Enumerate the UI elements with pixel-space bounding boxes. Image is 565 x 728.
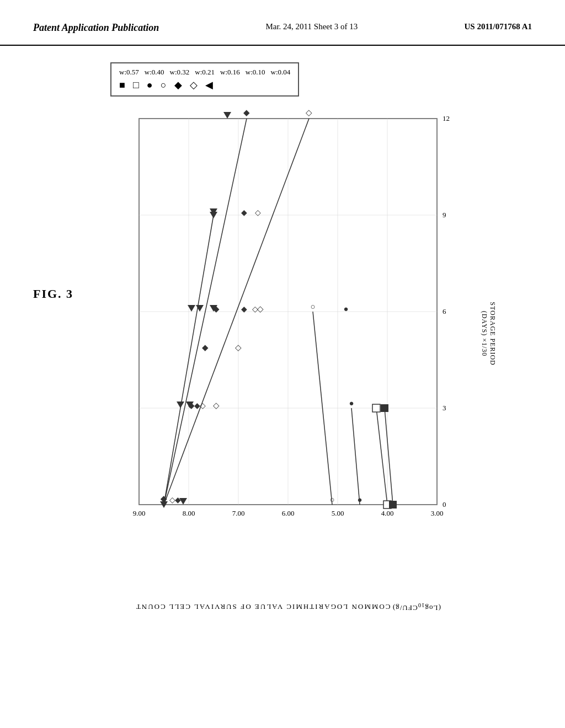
sym-w057-6 bbox=[381, 404, 388, 412]
sym-w016-12: ◆ bbox=[243, 108, 250, 117]
y-tick-9: 9 bbox=[443, 211, 446, 219]
y-tick-0: 0 bbox=[443, 500, 446, 508]
sym-w040-6 bbox=[372, 404, 380, 412]
sym-w032-6: ● bbox=[349, 399, 354, 408]
sym-w016-0: ◆ bbox=[161, 494, 167, 503]
chart-svg: 0 3 6 9 12 9.00 8.00 7.00 6.00 5.00 4.00… bbox=[95, 108, 459, 543]
legend-label-4: w:0.16 bbox=[220, 68, 240, 77]
publication-title: Patent Application Publication bbox=[33, 22, 159, 34]
legend-box: w:0.57 w:0.40 w:0.32 w:0.21 w:0.16 w:0.1… bbox=[110, 62, 299, 97]
x-axis-labels: COMMON LOGARITHMIC VALUE OF SURVIVAL CEL… bbox=[95, 600, 481, 612]
y-tick-12: 12 bbox=[443, 114, 450, 122]
sym-w010-12: ◇ bbox=[306, 108, 312, 117]
legend-symbol-0: ■ bbox=[119, 79, 125, 91]
x-axis-label-line2: (Log10CFU/g) bbox=[392, 602, 441, 612]
legend-symbol-5: ◇ bbox=[190, 79, 198, 91]
sym-d6-dia2: ◆ bbox=[241, 305, 247, 313]
legend-symbol-2: ● bbox=[147, 79, 153, 91]
main-content: w:0.57 w:0.40 w:0.32 w:0.21 w:0.16 w:0.1… bbox=[0, 46, 565, 560]
chart-container: STORAGE PERIOD (DAYS) ×1/30 0 3 6 bbox=[95, 108, 481, 560]
sym-cluster-dia2: ◆ bbox=[175, 496, 181, 504]
x-tick-500: 5.00 bbox=[332, 509, 344, 517]
sym-w021-6: ○ bbox=[310, 302, 315, 311]
legend-symbol-6: ◀ bbox=[205, 79, 213, 91]
figure-label: FIG. 3 bbox=[33, 287, 73, 301]
legend-label-5: w:0.10 bbox=[246, 68, 265, 77]
x-tick-600: 6.00 bbox=[282, 509, 295, 517]
y-axis-label: STORAGE PERIOD (DAYS) ×1/30 bbox=[479, 302, 496, 365]
y-tick-6: 6 bbox=[443, 307, 446, 315]
sym-d3-dia: ◇ bbox=[200, 402, 206, 410]
y-axis-label-line1: STORAGE PERIOD bbox=[488, 302, 496, 365]
publication-number: US 2011/071768 A1 bbox=[464, 22, 532, 31]
legend-label-6: w:0.04 bbox=[271, 68, 291, 77]
sym-w057-0 bbox=[389, 501, 397, 508]
sym-w010-9: ◇ bbox=[213, 401, 220, 410]
legend-symbols-row: ■ □ ● ○ ◆ ◇ ◀ bbox=[119, 79, 290, 91]
legend-symbol-1: □ bbox=[133, 79, 139, 91]
sym-w021-0: ○ bbox=[329, 495, 334, 504]
y-axis-label-line2: (DAYS) ×1/30 bbox=[479, 302, 488, 365]
sym-d12-tri bbox=[223, 112, 231, 119]
sym-w032-0: ● bbox=[357, 495, 362, 504]
x-axis-label-line1: COMMON LOGARITHMIC VALUE OF SURVIVAL CEL… bbox=[135, 602, 391, 611]
legend-label-2: w:0.32 bbox=[170, 68, 190, 77]
sym-d9-dia: ◇ bbox=[255, 208, 261, 217]
x-tick-700: 7.00 bbox=[232, 509, 245, 517]
sym-d6-dia: ◇ bbox=[252, 305, 258, 313]
y-tick-3: 3 bbox=[443, 404, 446, 412]
legend-symbol-4: ◆ bbox=[174, 79, 182, 91]
sym-w032-12: ● bbox=[343, 304, 348, 313]
page-header: Patent Application Publication Mar. 24, … bbox=[0, 0, 565, 46]
sym-d3-dia2: ◆ bbox=[194, 402, 200, 410]
publication-date-sheet: Mar. 24, 2011 Sheet 3 of 13 bbox=[265, 22, 358, 31]
sym-w010-5: ◇ bbox=[235, 343, 242, 352]
x-tick-900: 9.00 bbox=[133, 509, 146, 517]
legend-label-0: w:0.57 bbox=[119, 68, 139, 77]
x-tick-800: 8.00 bbox=[183, 509, 195, 517]
legend-label-3: w:0.21 bbox=[195, 68, 215, 77]
sym-w010-6: ◇ bbox=[257, 304, 264, 313]
legend-symbol-3: ○ bbox=[161, 79, 167, 91]
x-tick-400: 4.00 bbox=[381, 509, 394, 517]
sym-d9-dia2: ◆ bbox=[241, 208, 247, 217]
legend-labels-row: w:0.57 w:0.40 w:0.32 w:0.21 w:0.16 w:0.1… bbox=[119, 68, 290, 77]
sym-w016-5: ◆ bbox=[202, 343, 209, 352]
legend-label-1: w:0.40 bbox=[145, 68, 164, 77]
x-tick-300: 3.00 bbox=[431, 509, 444, 517]
